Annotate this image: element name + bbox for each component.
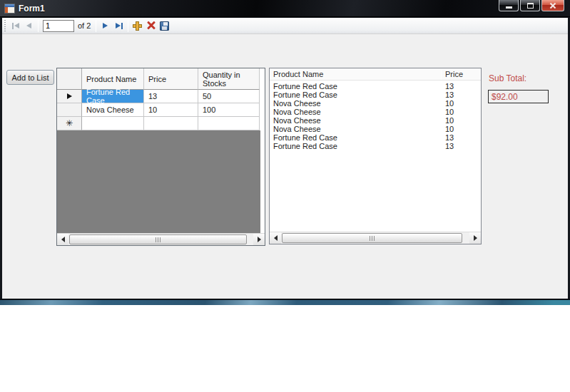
grid-corner-header[interactable] xyxy=(57,68,82,90)
column-separator[interactable] xyxy=(441,69,442,80)
scroll-right-icon xyxy=(474,235,477,241)
list-item[interactable]: Fortune Red Case13 xyxy=(270,142,481,150)
scroll-left-icon xyxy=(61,237,65,242)
grid-header-qty[interactable]: Quantity in Stocks xyxy=(198,68,260,90)
move-previous-icon xyxy=(26,23,31,29)
grid-new-row-header[interactable]: ✳ xyxy=(57,117,82,130)
listview-rows: Fortune Red Case13 Fortune Red Case13 No… xyxy=(270,82,481,150)
binding-navigator-toolbar: of 2 xyxy=(2,18,568,34)
grid-hscroll-thumb[interactable] xyxy=(69,234,247,244)
delete-icon xyxy=(146,21,156,31)
listview-header-product[interactable]: Product Name xyxy=(270,68,442,81)
list-item[interactable]: Nova Cheese10 xyxy=(270,99,481,108)
subtotal-label: Sub Total: xyxy=(489,73,526,83)
grid-header-row: Product Name Price Quantity in Stocks xyxy=(57,68,265,90)
list-item[interactable]: Nova Cheese10 xyxy=(270,125,481,133)
subtotal-value-box: $92.00 xyxy=(488,90,549,103)
maximize-button[interactable] xyxy=(520,0,540,11)
listview-hscroll-track[interactable] xyxy=(281,232,469,244)
close-icon xyxy=(549,2,556,9)
grid-hscroll-track[interactable] xyxy=(68,234,253,245)
grid-hscrollbar[interactable] xyxy=(57,233,265,245)
products-datagrid: Product Name Price Quantity in Stocks Fo… xyxy=(56,68,265,246)
toolbar-grip[interactable] xyxy=(4,20,6,31)
grid-row-header-1[interactable] xyxy=(57,90,82,103)
listview-header-price[interactable]: Price xyxy=(442,68,481,81)
save-button[interactable] xyxy=(158,19,171,33)
save-icon xyxy=(160,21,169,31)
scroll-left-button[interactable] xyxy=(57,234,68,245)
window-title: Form1 xyxy=(19,0,45,17)
grid-cell-qty-2[interactable]: 100 xyxy=(198,103,260,117)
list-item[interactable]: Nova Cheese10 xyxy=(270,116,481,125)
grid-cell-product-1[interactable]: Fortune Red Case xyxy=(82,90,144,103)
move-first-button[interactable] xyxy=(9,19,22,33)
delete-button[interactable] xyxy=(144,19,158,33)
grid-new-cell-price[interactable] xyxy=(144,117,198,130)
minimize-icon xyxy=(506,6,512,9)
window-controls xyxy=(499,0,564,11)
current-row-indicator-icon xyxy=(67,93,72,99)
move-next-button[interactable] xyxy=(98,19,112,33)
titlebar[interactable]: Form1 xyxy=(0,0,570,17)
grid-background xyxy=(57,130,260,233)
grid-new-cell-product[interactable] xyxy=(82,117,144,130)
add-new-button[interactable] xyxy=(131,19,144,33)
window-bottom-border xyxy=(0,299,570,305)
new-row-icon: ✳ xyxy=(66,120,73,127)
move-last-button[interactable] xyxy=(112,19,126,33)
cart-listview: Product Name Price Fortune Red Case13 Fo… xyxy=(269,68,482,244)
listview-hscroll-thumb[interactable] xyxy=(282,233,462,243)
listview-hscrollbar[interactable] xyxy=(270,232,481,244)
record-count-label: of 2 xyxy=(78,21,91,30)
list-item[interactable]: Fortune Red Case13 xyxy=(270,133,481,142)
move-previous-button[interactable] xyxy=(22,19,36,33)
form-client-area: Add to List Product Name Price Quantity … xyxy=(2,34,568,299)
scroll-left-button[interactable] xyxy=(270,232,281,244)
close-button[interactable] xyxy=(541,0,564,11)
grid-cell-price-2[interactable]: 10 xyxy=(144,103,198,117)
grid-row-header-2[interactable] xyxy=(57,103,82,117)
column-separator[interactable] xyxy=(480,69,481,80)
thumb-grip-icon xyxy=(372,236,372,241)
grid-header-price[interactable]: Price xyxy=(144,68,198,90)
scroll-right-icon xyxy=(258,237,261,242)
minimize-button[interactable] xyxy=(499,0,519,11)
move-last-icon xyxy=(116,23,121,29)
toolbar-separator xyxy=(38,20,39,32)
scroll-left-icon xyxy=(274,235,278,241)
listview-header: Product Name Price xyxy=(270,68,481,81)
scroll-right-button[interactable] xyxy=(469,232,481,244)
grid-header-product[interactable]: Product Name xyxy=(82,68,144,90)
grid-new-cell-qty[interactable] xyxy=(198,117,260,130)
list-item[interactable]: Fortune Red Case13 xyxy=(270,91,481,99)
move-next-icon xyxy=(103,23,108,29)
record-position-input[interactable] xyxy=(43,20,74,32)
grid-cell-product-2[interactable]: Nova Cheese xyxy=(82,103,144,117)
list-item[interactable]: Nova Cheese10 xyxy=(270,108,481,116)
maximize-icon xyxy=(527,3,534,9)
thumb-grip-icon xyxy=(158,237,158,242)
form-icon xyxy=(4,4,15,14)
move-first-icon xyxy=(12,23,14,29)
grid-cell-qty-1[interactable]: 50 xyxy=(198,90,260,103)
subtotal-value: $92.00 xyxy=(492,92,518,102)
toolbar-separator xyxy=(128,20,128,32)
scroll-right-button[interactable] xyxy=(253,234,265,245)
grid-row-2: Nova Cheese 10 100 xyxy=(57,103,265,117)
grid-new-row: ✳ xyxy=(57,117,265,130)
toolbar-separator xyxy=(96,20,96,32)
grid-row-1: Fortune Red Case 13 50 xyxy=(57,90,265,103)
form-window: Form1 of 2 xyxy=(0,0,570,305)
grid-cell-price-1[interactable]: 13 xyxy=(144,90,198,103)
add-new-icon xyxy=(132,21,143,31)
list-item[interactable]: Fortune Red Case13 xyxy=(270,82,481,91)
screenshot-root: Form1 of 2 xyxy=(0,0,570,392)
add-to-list-button[interactable]: Add to List xyxy=(6,70,54,85)
